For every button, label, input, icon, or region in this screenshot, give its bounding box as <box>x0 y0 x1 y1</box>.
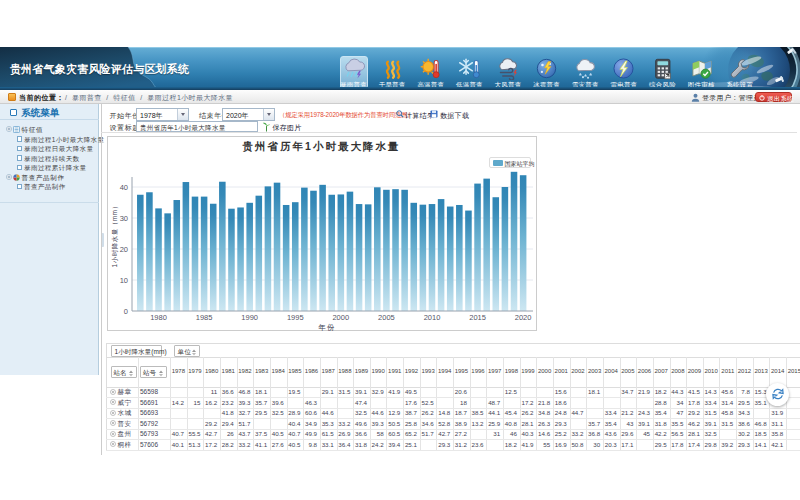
svg-text:2020: 2020 <box>514 313 531 322</box>
svg-text:1980: 1980 <box>150 313 167 322</box>
svg-text:2015: 2015 <box>469 313 486 322</box>
svg-text:0: 0 <box>123 306 127 315</box>
svg-text:年份: 年份 <box>317 322 335 331</box>
svg-text:20: 20 <box>119 244 127 253</box>
svg-text:1995: 1995 <box>286 313 303 322</box>
svg-text:1985: 1985 <box>195 313 212 322</box>
svg-text:2010: 2010 <box>423 313 440 322</box>
svg-text:2000: 2000 <box>332 313 349 322</box>
svg-text:1小时降水量（mm）: 1小时降水量（mm） <box>111 202 119 267</box>
svg-text:10: 10 <box>119 275 127 284</box>
svg-text:1990: 1990 <box>241 313 258 322</box>
svg-text:30: 30 <box>119 213 127 222</box>
svg-text:2005: 2005 <box>378 313 395 322</box>
svg-text:40: 40 <box>119 182 127 191</box>
